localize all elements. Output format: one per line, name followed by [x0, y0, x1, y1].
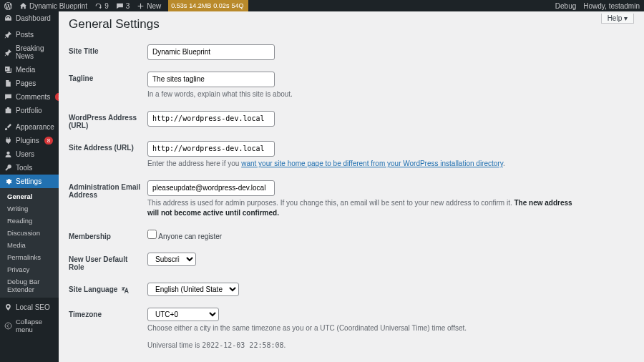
- plus-icon: [137, 2, 145, 10]
- update-icon: [94, 2, 102, 10]
- label-site-title: Site Title: [69, 40, 147, 67]
- comment-icon: [116, 2, 124, 10]
- link-site-url-help[interactable]: want your site home page to be different…: [241, 160, 503, 167]
- portfolio-icon: [4, 107, 12, 114]
- desc-site-url: Enter the address here if you want your …: [147, 159, 577, 169]
- input-site-url[interactable]: [147, 141, 275, 157]
- menu-breaking-news[interactable]: Breaking News: [0, 41, 59, 63]
- home-icon: [19, 2, 27, 10]
- menu-posts[interactable]: Posts: [0, 28, 59, 41]
- page-icon: [4, 79, 12, 87]
- label-anyone-register: Anyone can register: [158, 233, 222, 240]
- users-icon: [4, 150, 12, 158]
- submenu-reading[interactable]: Reading: [0, 215, 59, 227]
- label-membership: Membership: [69, 225, 147, 248]
- menu-comments[interactable]: Comments3: [0, 90, 59, 104]
- submenu-dbe[interactable]: Debug Bar Extender: [0, 275, 59, 295]
- settings-submenu: General Writing Reading Discussion Media…: [0, 188, 59, 298]
- dashboard-icon: [4, 14, 12, 22]
- label-site-url: Site Address (URL): [69, 137, 147, 176]
- svg-point-0: [5, 323, 11, 329]
- desc-tagline: In a few words, explain what this site i…: [147, 89, 577, 99]
- desc-utc: Universal time is 2022-12-03 22:58:08.: [147, 341, 577, 351]
- howdy-link[interactable]: Howdy, testadmin: [583, 2, 640, 10]
- submenu-privacy[interactable]: Privacy: [0, 263, 59, 275]
- menu-settings[interactable]: Settings: [0, 175, 59, 188]
- desc-admin-email: This address is used for admin purposes.…: [147, 198, 577, 218]
- tools-icon: [4, 164, 12, 172]
- label-date-format: Date Format: [69, 358, 147, 362]
- translation-icon: [121, 285, 130, 294]
- pin-icon: [4, 31, 12, 39]
- submenu-discussion[interactable]: Discussion: [0, 227, 59, 239]
- submenu-permalinks[interactable]: Permalinks: [0, 251, 59, 263]
- menu-portfolio[interactable]: Portfolio: [0, 104, 59, 117]
- input-tagline[interactable]: [147, 72, 275, 87]
- media-icon: [4, 66, 12, 74]
- menu-media[interactable]: Media: [0, 63, 59, 77]
- updates-link[interactable]: 9: [94, 2, 109, 10]
- label-default-role: New User Default Role: [69, 248, 147, 278]
- label-site-lang: Site Language: [69, 278, 147, 303]
- help-tab[interactable]: Help ▾: [601, 14, 634, 24]
- menu-plugins[interactable]: Plugins8: [0, 134, 59, 147]
- brush-icon: [4, 123, 12, 131]
- plugin-icon: [4, 137, 12, 145]
- submenu-writing[interactable]: Writing: [0, 202, 59, 215]
- menu-tools[interactable]: Tools: [0, 161, 59, 175]
- menu-dashboard[interactable]: Dashboard: [0, 11, 59, 25]
- menu-appearance[interactable]: Appearance: [0, 120, 59, 134]
- menu-pages[interactable]: Pages: [0, 77, 59, 90]
- label-timezone: Timezone: [69, 303, 147, 358]
- label-admin-email: Administration Email Address: [69, 176, 147, 225]
- admin-bar: Dynamic Blueprint 9 3 New 0.53s14.2MB0.0…: [0, 0, 644, 11]
- collapse-menu[interactable]: Collapse menu: [0, 314, 59, 337]
- input-wp-url[interactable]: [147, 111, 275, 127]
- select-timezone[interactable]: UTC+0: [147, 308, 219, 321]
- wordpress-icon: [4, 2, 12, 10]
- menu-local-seo[interactable]: Local SEO: [0, 300, 59, 314]
- checkbox-membership[interactable]: [147, 230, 157, 239]
- admin-menu: Dashboard Posts Breaking News Media Page…: [0, 11, 59, 362]
- input-admin-email[interactable]: [147, 180, 275, 196]
- new-link[interactable]: New: [137, 2, 161, 10]
- plugins-badge: 8: [44, 137, 53, 145]
- label-wp-url: WordPress Address (URL): [69, 107, 147, 137]
- location-icon: [4, 303, 12, 311]
- select-default-role[interactable]: Subscriber: [147, 253, 196, 266]
- submenu-general[interactable]: General: [0, 190, 59, 202]
- comments-link[interactable]: 3: [116, 2, 130, 10]
- site-name-link[interactable]: Dynamic Blueprint: [19, 2, 87, 10]
- query-monitor[interactable]: 0.53s14.2MB0.02s54Q: [168, 0, 248, 11]
- input-site-title[interactable]: [147, 44, 275, 60]
- collapse-icon: [4, 322, 12, 330]
- label-tagline: Tagline: [69, 67, 147, 107]
- date-format-options: December 3, 2022F j, Y2022-12-03Y-m-d12/…: [147, 358, 634, 362]
- pin-icon: [4, 49, 12, 57]
- debug-link[interactable]: Debug: [555, 2, 576, 10]
- content-area: Help ▾ General Settings Site Title Tagli…: [59, 11, 644, 362]
- comment-icon: [4, 93, 12, 101]
- menu-users[interactable]: Users: [0, 147, 59, 161]
- wp-logo[interactable]: [4, 2, 12, 10]
- submenu-media[interactable]: Media: [0, 239, 59, 251]
- settings-icon: [4, 177, 12, 185]
- page-title: General Settings: [69, 17, 634, 31]
- desc-timezone: Choose either a city in the same timezon…: [147, 323, 577, 333]
- select-site-lang[interactable]: English (United States): [147, 283, 239, 296]
